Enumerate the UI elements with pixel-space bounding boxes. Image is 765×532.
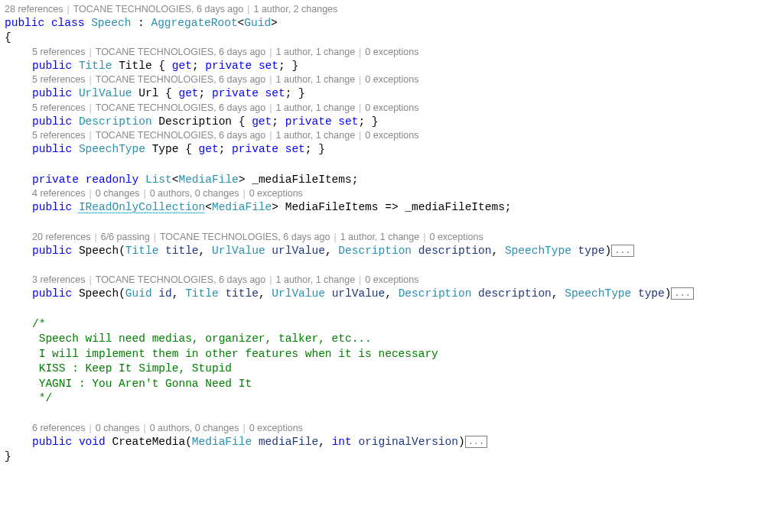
codelens-url[interactable]: 5 references|TOCANE TECHNOLOGIES, 6 days… bbox=[32, 73, 765, 86]
codelens-title[interactable]: 5 references|TOCANE TECHNOLOGIES, 6 days… bbox=[32, 46, 765, 59]
codelens-class[interactable]: 28 references|TOCANE TECHNOLOGIES, 6 day… bbox=[5, 3, 765, 16]
codelens-createmedia[interactable]: 6 references|0 changes|0 authors, 0 chan… bbox=[32, 422, 765, 435]
collapse-toggle[interactable]: ... bbox=[671, 287, 694, 300]
comment-line: I will implement them in other features … bbox=[32, 347, 765, 362]
lens-refs: 28 references bbox=[5, 4, 63, 15]
collapse-toggle[interactable]: ... bbox=[465, 436, 488, 448]
lens-changes: 1 author, 2 changes bbox=[253, 4, 337, 15]
comment-close: */ bbox=[32, 391, 765, 407]
open-brace: { bbox=[5, 31, 765, 46]
comment-line: YAGNI : You Aren't Gonna Need It bbox=[32, 377, 765, 392]
constructor-1: public Speech(Title title, UrlValue urlV… bbox=[32, 244, 765, 259]
codelens-ctor2[interactable]: 3 references|TOCANE TECHNOLOGIES, 6 days… bbox=[32, 274, 765, 287]
property-type: public SpeechType Type { get; private se… bbox=[32, 142, 765, 157]
codelens-mediaitems[interactable]: 4 references|0 changes|0 authors, 0 chan… bbox=[32, 187, 765, 200]
property-url: public UrlValue Url { get; private set; … bbox=[32, 86, 765, 102]
comment-line: Speech will need medias, organizer, talk… bbox=[32, 332, 765, 347]
codelens-ctor1[interactable]: 20 references|6/6 passing|TOCANE TECHNOL… bbox=[32, 231, 765, 244]
property-title: public Title Title { get; private set; } bbox=[32, 59, 765, 74]
close-brace: } bbox=[5, 449, 765, 465]
collapse-toggle[interactable]: ... bbox=[611, 245, 634, 257]
codelens-description[interactable]: 5 references|TOCANE TECHNOLOGIES, 6 days… bbox=[32, 102, 765, 115]
codelens-type[interactable]: 5 references|TOCANE TECHNOLOGIES, 6 days… bbox=[32, 129, 765, 142]
comment-line: KISS : Keep It Simple, Stupid bbox=[32, 362, 765, 377]
constructor-2: public Speech(Guid id, Title title, UrlV… bbox=[32, 287, 765, 302]
comment-open: /* bbox=[32, 317, 765, 332]
property-description: public Description Description { get; pr… bbox=[32, 115, 765, 130]
lens-author: TOCANE TECHNOLOGIES, 6 days ago bbox=[73, 4, 244, 15]
method-createmedia: public void CreateMedia(MediaFile mediaF… bbox=[32, 435, 765, 450]
property-mediaFileItems: public IReadOnlyCollection<MediaFile> Me… bbox=[32, 200, 765, 216]
field-mediaFileItems: private readonly List<MediaFile> _mediaF… bbox=[32, 173, 765, 188]
class-declaration: public class Speech : AggregateRoot<Guid… bbox=[5, 16, 765, 31]
